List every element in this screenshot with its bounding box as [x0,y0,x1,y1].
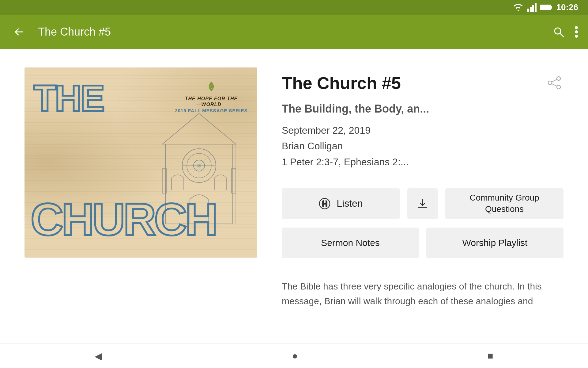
svg-rect-4 [540,5,551,10]
details-panel: The Church #5 The Building, the Body, an… [282,67,564,325]
nav-back-button[interactable]: ◀ [95,350,102,362]
listen-label: Listen [337,198,363,209]
nav-home-button[interactable]: ● [292,350,298,362]
sermon-thumbnail: THE [24,67,257,258]
download-button[interactable] [407,188,438,219]
sermon-date: September 22, 2019 [282,123,564,138]
back-button[interactable] [10,23,28,41]
thumbnail-text-the: THE [34,80,104,117]
sermon-title: The Church #5 [282,74,401,93]
sermon-notes-button[interactable]: Sermon Notes [282,228,419,258]
community-group-label: Community GroupQuestions [469,192,539,215]
sermon-description: The Bible has three very specific analog… [282,279,564,309]
svg-rect-5 [551,6,552,9]
svg-marker-12 [162,113,236,144]
svg-rect-2 [532,5,534,12]
svg-point-10 [575,35,578,38]
svg-line-32 [552,79,557,82]
sermon-speaker: Brian Colligan [282,138,564,154]
status-time: 10:26 [556,2,578,12]
sermon-notes-label: Sermon Notes [321,238,380,248]
svg-point-22 [197,164,201,167]
series-line2: 2019 FALL MESSAGE SERIES [175,107,248,114]
community-group-button[interactable]: Community GroupQuestions [445,188,564,219]
worship-playlist-button[interactable]: Worship Playlist [426,228,564,258]
svg-point-29 [557,77,560,80]
share-button[interactable] [545,74,564,95]
worship-playlist-label: Worship Playlist [462,238,528,248]
svg-rect-28 [232,169,236,193]
listen-button[interactable]: Listen [282,188,400,219]
svg-line-7 [560,33,564,37]
main-content: THE [0,49,588,343]
more-options-button[interactable] [575,26,578,38]
series-line1: THE HOPE FOR THE WORLD [175,96,248,107]
svg-rect-27 [162,169,167,193]
thumbnail-text-church: CHURCH [31,197,216,242]
svg-point-9 [575,30,578,33]
sermon-scripture: 1 Peter 2:3-7, Ephesians 2:... [282,154,564,170]
svg-rect-3 [535,3,537,12]
svg-point-30 [548,81,552,85]
battery-icon [540,4,552,11]
sermon-meta: September 22, 2019 Brian Colligan 1 Pete… [282,123,564,170]
page-title: The Church #5 [38,25,543,38]
svg-rect-0 [527,9,529,12]
status-bar: 10:26 [0,0,588,15]
nav-stop-button[interactable]: ■ [487,350,493,362]
buttons-row-1: Listen Community GroupQuestions [282,188,564,219]
series-logo: THE HOPE FOR THE WORLD 2019 FALL MESSAGE… [175,81,248,114]
svg-line-33 [552,84,557,86]
signal-icon [527,3,537,12]
search-button[interactable] [552,26,565,38]
sermon-subtitle: The Building, the Body, an... [282,102,564,115]
wifi-icon [513,3,524,12]
app-bar: The Church #5 [0,15,588,49]
bottom-nav: ◀ ● ■ [0,343,588,368]
svg-point-8 [575,26,578,29]
buttons-row-2: Sermon Notes Worship Playlist [282,228,564,258]
svg-rect-35 [323,203,326,205]
svg-rect-1 [530,7,532,12]
svg-point-31 [557,85,560,89]
